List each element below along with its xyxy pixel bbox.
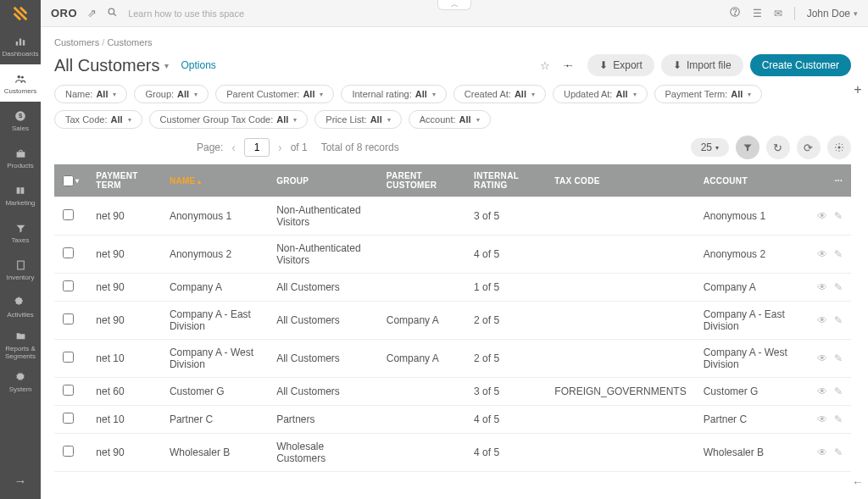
cell-account: Company A (695, 274, 802, 302)
col-tax[interactable]: TAX CODE (546, 164, 694, 197)
filter-payment-term[interactable]: Payment Term: All (654, 85, 763, 103)
view-icon[interactable]: 👁 (817, 281, 827, 293)
perpage-select[interactable]: 25 (691, 138, 729, 157)
page-input[interactable] (244, 138, 270, 157)
filter-account[interactable]: Account: All (409, 110, 491, 129)
col-rating[interactable]: INTERNAL RATING (465, 164, 546, 197)
sidebar-item-taxes[interactable]: Taxes (0, 213, 41, 251)
grid-settings-button[interactable] (827, 136, 851, 159)
dollar-icon: $ (14, 108, 26, 124)
table-row[interactable]: net 60Customer GAll Customers3 of 5FOREI… (54, 378, 851, 406)
filter-name[interactable]: Name: All (54, 85, 127, 103)
sidebar-item-customers[interactable]: Customers (0, 64, 41, 102)
table-row[interactable]: net 90Anonymous 1Non-Authenticated Visit… (54, 197, 851, 236)
cell-name: Wholesaler B (161, 434, 268, 472)
sidebar-item-inventory[interactable]: Inventory (0, 251, 41, 288)
row-checkbox[interactable] (63, 385, 74, 396)
row-checkbox[interactable] (63, 247, 74, 258)
cell-parent (378, 378, 465, 406)
edit-icon[interactable]: ✎ (834, 413, 843, 425)
view-icon[interactable]: 👁 (817, 210, 827, 222)
filter-price-list[interactable]: Price List: All (314, 110, 401, 129)
table-row[interactable]: net 10Company A - West DivisionAll Custo… (54, 340, 851, 378)
filter-parent-customer[interactable]: Parent Customer: All (215, 85, 334, 103)
svg-point-4 (21, 76, 24, 79)
cell-group: Non-Authenticated Visitors (268, 236, 378, 274)
table-row[interactable]: net 90Anonymous 2Non-Authenticated Visit… (54, 236, 851, 274)
view-icon[interactable]: 👁 (817, 248, 827, 260)
sidebar-item-reports-segments[interactable]: Reports & Segments (0, 325, 41, 363)
filter-customer-group-tax-code[interactable]: Customer Group Tax Code: All (149, 110, 309, 129)
row-checkbox[interactable] (63, 209, 74, 220)
breadcrumb-b[interactable]: Customers (107, 37, 152, 47)
create-customer-button[interactable]: Create Customer (750, 54, 851, 76)
row-checkbox[interactable] (63, 280, 74, 291)
view-icon[interactable]: 👁 (817, 352, 827, 364)
filter-internal-rating[interactable]: Internal rating: All (341, 85, 446, 103)
cell-tax (546, 340, 694, 378)
sidebar-item-dashboards[interactable]: Dashboards (0, 27, 41, 64)
filter-group[interactable]: Group: All (134, 85, 209, 103)
cell-payment: net 90 (87, 434, 161, 472)
sidebar-expand[interactable]: → (0, 462, 41, 499)
filter-created-at[interactable]: Created At: All (453, 85, 546, 103)
brand-logo[interactable] (0, 0, 41, 27)
select-all-header[interactable] (54, 164, 87, 197)
import-button[interactable]: ⬇ Import file (661, 54, 743, 76)
add-panel-button[interactable]: + (848, 80, 868, 100)
favorite-icon[interactable]: ☆ (540, 59, 550, 72)
view-icon[interactable]: 👁 (817, 385, 827, 397)
share-icon[interactable]: ⇗ (87, 7, 97, 19)
edit-icon[interactable]: ✎ (834, 281, 843, 293)
view-icon[interactable]: 👁 (817, 446, 827, 458)
edit-icon[interactable]: ✎ (834, 314, 843, 326)
row-checkbox[interactable] (63, 313, 74, 324)
export-button[interactable]: ⬇ Export (587, 54, 654, 76)
row-checkbox[interactable] (63, 413, 74, 424)
menu-icon[interactable]: ☰ (753, 8, 762, 19)
table-row[interactable]: net 90Wholesaler BWholesale Customers4 o… (54, 434, 851, 472)
view-icon[interactable]: 👁 (817, 314, 827, 326)
breadcrumb-a[interactable]: Customers (54, 37, 99, 47)
table-row[interactable]: net 10Partner CPartners4 of 5Partner C👁✎ (54, 406, 851, 434)
top-pull-tab[interactable]: ︿ (437, 0, 471, 10)
row-checkbox[interactable] (63, 446, 74, 457)
title-dropdown-icon[interactable]: ▾ (164, 61, 169, 70)
pin-icon[interactable] (564, 59, 574, 72)
mail-icon[interactable]: ✉ (774, 8, 782, 19)
sidebar-item-sales[interactable]: $Sales (0, 102, 41, 139)
refresh-button[interactable]: ⟳ (797, 136, 821, 159)
sidebar-item-system[interactable]: System (0, 363, 41, 400)
cell-parent (378, 197, 465, 236)
view-icon[interactable]: 👁 (817, 413, 827, 425)
edit-icon[interactable]: ✎ (834, 385, 843, 397)
sidebar-item-products[interactable]: Products (0, 139, 41, 176)
row-checkbox[interactable] (63, 352, 74, 363)
col-actions[interactable]: ··· (802, 164, 851, 197)
cell-group: All Customers (268, 274, 378, 302)
collapse-panel-button[interactable]: ← (848, 472, 868, 492)
col-payment-term[interactable]: PAYMENT TERM (87, 164, 161, 197)
sidebar-item-activities[interactable]: Activities (0, 288, 41, 325)
options-link[interactable]: Options (181, 59, 215, 71)
table-row[interactable]: net 90Company AAll Customers1 of 5Compan… (54, 274, 851, 302)
filter-toggle-button[interactable] (736, 136, 760, 159)
user-menu[interactable]: John Doe (807, 8, 858, 19)
edit-icon[interactable]: ✎ (834, 248, 843, 260)
help-icon[interactable] (729, 6, 741, 20)
page-prev[interactable]: ‹ (230, 141, 237, 154)
filter-updated-at[interactable]: Updated At: All (553, 85, 648, 103)
page-next[interactable]: › (276, 141, 284, 154)
edit-icon[interactable]: ✎ (834, 446, 843, 458)
sidebar-item-marketing[interactable]: Marketing (0, 176, 41, 213)
edit-icon[interactable]: ✎ (834, 210, 843, 222)
reset-grid-button[interactable]: ↻ (766, 136, 790, 159)
filter-tax-code[interactable]: Tax Code: All (54, 110, 142, 129)
table-row[interactable]: net 90Company A - East DivisionAll Custo… (54, 302, 851, 340)
col-account[interactable]: ACCOUNT (695, 164, 802, 197)
col-group[interactable]: GROUP (268, 164, 378, 197)
edit-icon[interactable]: ✎ (834, 352, 843, 364)
search-icon[interactable] (107, 7, 118, 20)
col-parent[interactable]: PARENT CUSTOMER (378, 164, 465, 197)
col-name[interactable]: NAME (161, 164, 268, 197)
